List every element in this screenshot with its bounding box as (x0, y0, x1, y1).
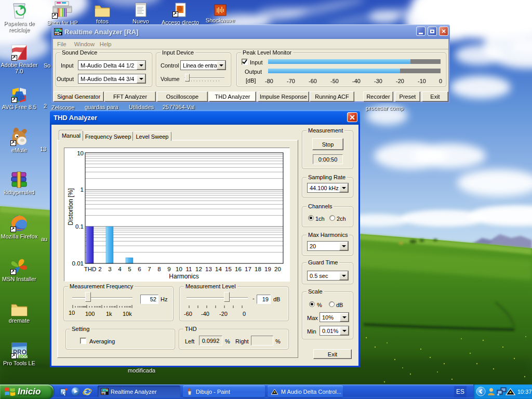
svg-text:TOOLS: TOOLS (19, 355, 28, 358)
svg-text:13: 13 (205, 266, 212, 272)
svg-text:15: 15 (225, 266, 232, 272)
svg-text:6: 6 (138, 266, 141, 272)
svg-text:4: 4 (118, 266, 122, 272)
svg-text:10: 10 (77, 150, 84, 156)
svg-text:8: 8 (157, 266, 161, 272)
svg-text:THD: THD (84, 266, 97, 272)
svg-text:18: 18 (255, 266, 261, 272)
svg-text:12: 12 (195, 266, 202, 272)
svg-text:7: 7 (148, 266, 151, 272)
svg-text:Distortion [%]: Distortion [%] (67, 188, 74, 225)
svg-text:1: 1 (81, 187, 84, 193)
svg-text:0.1: 0.1 (75, 223, 84, 230)
svg-text:16: 16 (235, 266, 242, 272)
svg-text:10: 10 (176, 266, 182, 272)
svg-text:Harmonics: Harmonics (169, 273, 198, 280)
svg-text:14: 14 (215, 266, 222, 272)
svg-text:5: 5 (128, 266, 131, 272)
svg-text:9: 9 (167, 266, 170, 272)
svg-text:0.01: 0.01 (72, 260, 84, 267)
svg-text:17: 17 (245, 266, 251, 272)
svg-text:20: 20 (274, 266, 281, 272)
svg-text:11: 11 (186, 266, 192, 272)
svg-text:3: 3 (108, 266, 111, 272)
svg-text:19: 19 (264, 266, 271, 272)
svg-text:2: 2 (98, 266, 101, 272)
